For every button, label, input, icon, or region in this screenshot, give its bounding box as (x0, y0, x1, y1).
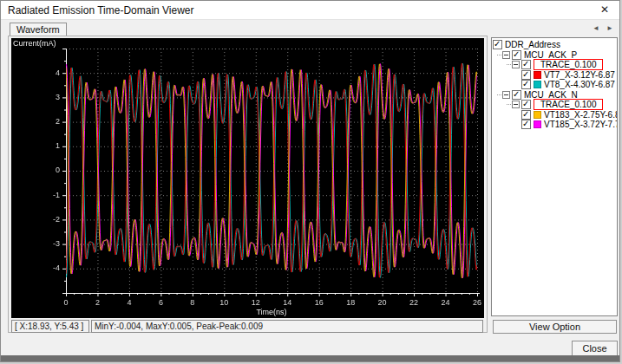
tree-item-label[interactable]: VT183_X-2.75Y-6.80 (544, 110, 618, 120)
tree-checkbox[interactable] (493, 40, 502, 49)
tree-item-label[interactable]: MCU_ACK_P (524, 50, 577, 60)
window-title: Radiated Emission Time-Domain Viewer (8, 4, 194, 16)
tree-item-label[interactable]: TRACE_0.100 (534, 99, 603, 110)
tree-row[interactable]: VT183_X-2.75Y-6.80 (492, 110, 617, 120)
waveform-plot[interactable] (11, 38, 484, 318)
tree-item-label[interactable]: VT8_X-4.30Y-6.87 (544, 80, 615, 89)
tree-checkbox[interactable] (521, 60, 531, 69)
stats-readout: MinY:-0.004, MaxY:0.005, Peak-Peak:0.009 (91, 320, 483, 333)
collapse-icon[interactable] (502, 51, 510, 59)
tree-item-label[interactable]: VT185_X-3.72Y-7.77 (544, 120, 618, 129)
tab-strip: Waveform ◄ ► (1, 20, 619, 36)
trace-color-swatch (534, 120, 541, 128)
view-option-button[interactable]: View Option (493, 320, 617, 334)
trace-color-swatch (534, 81, 541, 88)
tree-checkbox[interactable] (512, 50, 521, 60)
tree-checkbox[interactable] (521, 100, 531, 109)
tree-item-label[interactable]: MCU_ACK_N (524, 90, 578, 100)
title-bar[interactable]: Radiated Emission Time-Domain Viewer ✕ (1, 1, 619, 20)
tree-checkbox[interactable] (521, 80, 531, 89)
collapse-icon[interactable] (502, 91, 510, 99)
tree-item-label[interactable]: DDR_Address (505, 40, 560, 49)
close-icon[interactable]: ✕ (590, 1, 619, 19)
tree-checkbox[interactable] (521, 110, 531, 120)
tree-item-label[interactable]: TRACE_0.100 (534, 59, 603, 70)
cursor-readout: [ X:18.93, Y:5.43 ] (11, 320, 89, 333)
tree-row[interactable]: VT7_X-3.12Y-6.87 (492, 70, 617, 81)
tree-connector (507, 104, 511, 105)
dialog-window: Radiated Emission Time-Domain Viewer ✕ W… (0, 0, 620, 362)
tree-row[interactable]: TRACE_0.100 (492, 100, 617, 110)
tree-row[interactable]: VT8_X-4.30Y-6.87 (492, 80, 617, 90)
bottom-edge-strip (1, 355, 619, 361)
tree-item-label[interactable]: VT7_X-3.12Y-6.87 (544, 70, 615, 80)
trace-color-swatch (534, 71, 541, 79)
tree-checkbox[interactable] (512, 90, 521, 100)
collapse-icon[interactable] (512, 61, 520, 68)
signal-tree[interactable]: DDR_AddressMCU_ACK_PTRACE_0.100VT7_X-3.1… (491, 37, 618, 316)
trace-color-swatch (534, 111, 541, 119)
collapse-icon[interactable] (512, 101, 520, 108)
tab-scroll-arrows-icon[interactable]: ◄ ► (593, 24, 616, 32)
tree-checkbox[interactable] (521, 70, 531, 80)
tree-connector (497, 55, 501, 55)
tree-connector (507, 64, 511, 65)
tree-row[interactable]: TRACE_0.100 (492, 60, 617, 70)
waveform-canvas[interactable] (11, 38, 484, 318)
tree-row[interactable]: VT185_X-3.72Y-7.77 (492, 120, 617, 130)
tree-row[interactable]: DDR_Address (492, 40, 617, 50)
tree-checkbox[interactable] (521, 120, 531, 129)
tree-connector (497, 94, 501, 95)
tab-waveform[interactable]: Waveform (10, 23, 67, 36)
